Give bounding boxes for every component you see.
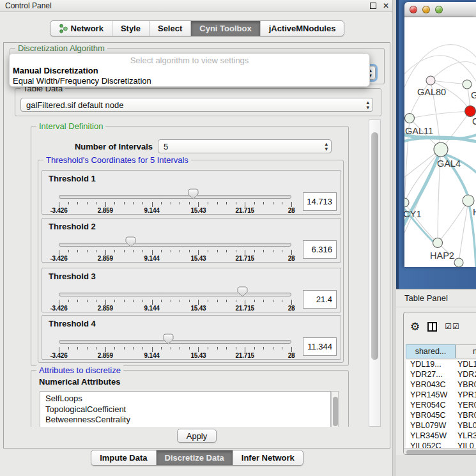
threshold-slider[interactable]: -3.4262.8599.14415.4321.71528 bbox=[42, 316, 301, 360]
network-node[interactable] bbox=[465, 106, 476, 117]
cell-name[interactable]: YDR2 bbox=[454, 370, 476, 380]
network-node[interactable] bbox=[404, 198, 409, 207]
table-row[interactable]: YBR045CYBR0 bbox=[406, 411, 476, 421]
checkbox-icons[interactable]: ☑☑ bbox=[445, 322, 460, 331]
network-node[interactable] bbox=[463, 80, 472, 89]
table-row[interactable]: YER054CYER0 bbox=[406, 401, 476, 411]
combo-stepper-icon: ▴▾ bbox=[325, 141, 328, 151]
attribute-list-item[interactable]: BetweennessCentrality bbox=[40, 415, 330, 426]
window-minimize-icon[interactable] bbox=[422, 6, 430, 13]
threshold-value-field[interactable]: 11.344 bbox=[303, 337, 337, 356]
cell-name[interactable]: YLR3 bbox=[454, 431, 476, 441]
tab-jactivemnodules[interactable]: jActiveMNodules bbox=[260, 21, 344, 36]
gear-icon[interactable]: ⚙ bbox=[410, 321, 420, 332]
cell-shared-name[interactable]: YBR045C bbox=[406, 411, 454, 421]
cell-shared-name[interactable]: YPR145W bbox=[406, 390, 454, 401]
network-node[interactable] bbox=[463, 195, 474, 206]
threshold-slider[interactable]: -3.4262.8599.14415.4321.71528 bbox=[42, 219, 301, 263]
slider-track[interactable] bbox=[59, 293, 291, 296]
tab-select[interactable]: Select bbox=[149, 21, 190, 36]
split-pane-icon[interactable] bbox=[427, 322, 437, 332]
threshold-value-field[interactable]: 6.316 bbox=[303, 240, 337, 259]
network-window-titlebar[interactable] bbox=[404, 2, 476, 17]
table-row[interactable]: YBL079WYBL0 bbox=[406, 421, 476, 431]
table-row[interactable]: YDR27...YDR2 bbox=[406, 370, 476, 380]
network-edge[interactable] bbox=[431, 81, 467, 84]
cell-name[interactable]: YBR0 bbox=[454, 411, 476, 421]
apply-button[interactable]: Apply bbox=[177, 429, 217, 443]
algorithm-popup-hint: Select algorithm to view settings bbox=[10, 56, 369, 65]
threshold-slider[interactable]: -3.4262.8599.14415.4321.71528 bbox=[42, 268, 301, 313]
cell-shared-name[interactable]: YLR345W bbox=[406, 431, 454, 441]
attribute-list-item[interactable]: TopologicalCoefficient bbox=[40, 404, 330, 415]
cell-shared-name[interactable]: YDL19... bbox=[406, 360, 454, 370]
column-header-name[interactable]: n bbox=[456, 344, 476, 358]
column-header-shared-name[interactable]: shared... bbox=[406, 344, 456, 358]
slider-tick bbox=[124, 347, 125, 349]
float-panel-icon[interactable] bbox=[370, 3, 376, 9]
table-row[interactable]: YDL19...YDL1 bbox=[406, 360, 476, 370]
network-edge[interactable] bbox=[404, 56, 476, 81]
tab-impute-data[interactable]: Impute Data bbox=[91, 450, 155, 465]
attribute-list-item[interactable]: SelfLoops bbox=[40, 394, 330, 404]
tab-style[interactable]: Style bbox=[112, 21, 149, 36]
slider-thumb[interactable] bbox=[125, 236, 136, 248]
cell-name[interactable]: YDL1 bbox=[454, 360, 476, 370]
slider-tick bbox=[68, 347, 69, 349]
threshold-value-field[interactable]: 14.713 bbox=[303, 192, 337, 211]
table-row[interactable]: YPR145WYPR1 bbox=[406, 390, 476, 401]
cell-shared-name[interactable]: YIL052C bbox=[406, 441, 454, 448]
tab-cyni-toolbox[interactable]: Cyni Toolbox bbox=[190, 21, 259, 36]
cell-name[interactable]: YPR1 bbox=[454, 390, 476, 401]
network-edge[interactable] bbox=[410, 111, 470, 118]
threshold-slider[interactable]: -3.4262.8599.14415.4321.71528 bbox=[42, 171, 301, 215]
threshold-value-field[interactable]: 21.4 bbox=[303, 290, 337, 309]
cell-shared-name[interactable]: YBR043C bbox=[406, 380, 454, 390]
table-data-combobox[interactable]: galFiltered.sif default node ▴▾ bbox=[20, 98, 373, 112]
slider-tick bbox=[263, 347, 264, 349]
algorithm-option-equal-width[interactable]: Equal Width/Frequency Discretization bbox=[13, 76, 151, 86]
table-row[interactable]: YLR345WYLR3 bbox=[406, 431, 476, 441]
numerical-attributes-list[interactable]: SelfLoopsTopologicalCoefficientBetweenne… bbox=[40, 391, 331, 427]
slider-tick bbox=[208, 202, 208, 204]
table-row[interactable]: YIL052CYIL0 bbox=[406, 441, 476, 448]
network-node[interactable] bbox=[426, 76, 435, 85]
slider-thumb[interactable] bbox=[163, 334, 174, 345]
tab-discretize-data[interactable]: Discretize Data bbox=[156, 450, 233, 465]
window-zoom-icon[interactable] bbox=[435, 6, 443, 13]
cell-name[interactable]: YBL0 bbox=[454, 421, 476, 431]
scrollbar-thumb[interactable] bbox=[406, 450, 476, 455]
cell-shared-name[interactable]: YDR27... bbox=[406, 370, 454, 380]
close-icon[interactable]: ✕ bbox=[383, 3, 389, 9]
cell-name[interactable]: YER0 bbox=[454, 401, 476, 411]
slider-track[interactable] bbox=[59, 340, 291, 344]
cell-shared-name[interactable]: YER054C bbox=[406, 401, 454, 411]
slider-track[interactable] bbox=[59, 243, 291, 247]
scrollbar-thumb[interactable] bbox=[371, 132, 378, 360]
network-edge[interactable] bbox=[459, 201, 468, 263]
cell-name[interactable]: YBR0 bbox=[454, 380, 476, 390]
table-h-scrollbar[interactable] bbox=[404, 448, 476, 455]
network-node[interactable] bbox=[434, 142, 448, 157]
cell-shared-name[interactable]: YBL079W bbox=[406, 421, 454, 431]
network-edge[interactable] bbox=[438, 201, 468, 243]
slider-track[interactable] bbox=[59, 195, 291, 199]
attributes-list-scrollbar[interactable] bbox=[331, 391, 339, 427]
cell-name[interactable]: YIL0 bbox=[454, 441, 474, 448]
window-close-icon[interactable] bbox=[410, 6, 417, 13]
scrollbar-thumb[interactable] bbox=[333, 397, 338, 426]
slider-thumb[interactable] bbox=[237, 286, 248, 298]
network-edge[interactable] bbox=[404, 150, 441, 203]
tab-network[interactable]: Network bbox=[50, 21, 112, 36]
table-row[interactable]: YBR043CYBR0 bbox=[406, 380, 476, 390]
network-edge[interactable] bbox=[410, 81, 431, 118]
network-node[interactable] bbox=[433, 238, 443, 248]
network-node[interactable] bbox=[405, 114, 415, 123]
number-of-intervals-combobox[interactable]: 5 ▴▾ bbox=[158, 139, 332, 153]
network-node[interactable] bbox=[454, 258, 463, 267]
slider-thumb[interactable] bbox=[188, 188, 199, 200]
tab-infer-network[interactable]: Infer Network bbox=[233, 450, 303, 465]
network-canvas[interactable]: GAL80GACGAL11GAL4GCY1HHAP2 bbox=[404, 17, 476, 267]
settings-scrollbar[interactable] bbox=[369, 119, 381, 427]
algorithm-option-manual[interactable]: Manual Discretization bbox=[13, 66, 98, 75]
